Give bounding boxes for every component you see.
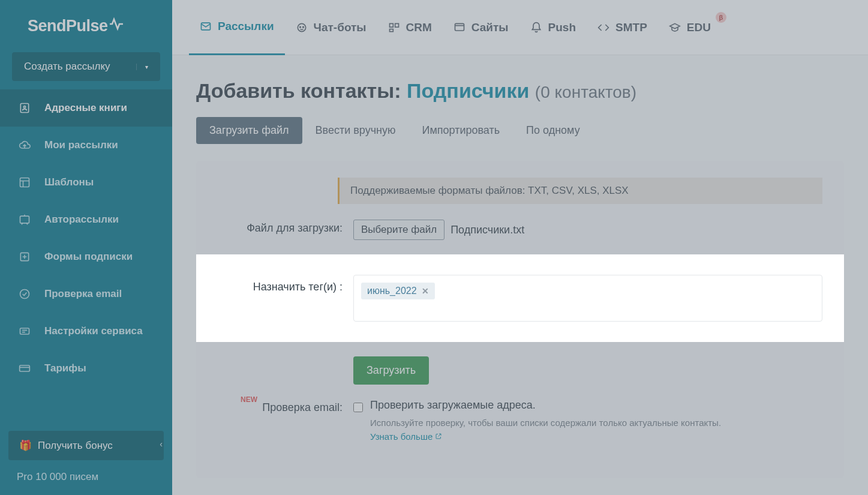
- topnav-sites[interactable]: Сайты: [443, 0, 519, 55]
- file-format-info: Поддерживаемые форматы файлов: TXT, CSV,…: [338, 178, 822, 204]
- bonus-label: Получить бонус: [38, 440, 113, 452]
- tag-input[interactable]: июнь_2022 ✕: [353, 275, 822, 322]
- get-bonus-button[interactable]: 🎁 Получить бонус: [8, 431, 164, 460]
- logo[interactable]: SendPulse: [0, 0, 172, 52]
- sidebar-item-automation[interactable]: Авторассылки: [0, 201, 172, 238]
- topnav-label: Сайты: [471, 21, 509, 34]
- svg-rect-3: [20, 216, 29, 223]
- contact-count: (0 контактов): [535, 83, 636, 101]
- upload-panel: Поддерживаемые форматы файлов: TXT, CSV,…: [196, 161, 844, 478]
- svg-rect-12: [389, 23, 393, 27]
- topnav-label: Рассылки: [218, 20, 274, 33]
- automation-icon: [18, 213, 31, 226]
- file-label: Файл для загрузки:: [218, 220, 353, 235]
- beta-badge: β: [716, 12, 726, 23]
- upload-button[interactable]: Загрузить: [353, 356, 429, 385]
- sidebar-item-label: Мои рассылки: [44, 139, 118, 151]
- learn-more-link[interactable]: Узнать больше: [370, 431, 442, 442]
- verify-row: NEW Проверка email: Проверить загружаемы…: [196, 399, 844, 442]
- title-prefix: Добавить контакты:: [196, 79, 407, 102]
- tag-chip: июнь_2022 ✕: [361, 283, 435, 299]
- tag-remove-icon[interactable]: ✕: [422, 286, 429, 296]
- learn-more-text: Узнать больше: [370, 431, 433, 442]
- sidebar-item-label: Шаблоны: [44, 176, 94, 188]
- chatbot-icon: [296, 22, 308, 34]
- svg-rect-13: [395, 23, 398, 27]
- upload-button-row: Загрузить: [196, 356, 844, 385]
- code-icon: [597, 22, 609, 34]
- chevron-down-icon: ▾: [136, 64, 148, 70]
- address-book-icon: [18, 101, 31, 115]
- pricing-icon: [18, 362, 31, 375]
- template-icon: [18, 176, 31, 189]
- import-tabs: Загрузить файл Ввести вручную Импортиров…: [196, 117, 844, 144]
- topnav-chatbots[interactable]: Чат-боты: [285, 0, 377, 55]
- pulse-icon: [109, 17, 124, 35]
- sidebar-item-label: Проверка email: [44, 288, 122, 300]
- topnav-smtp[interactable]: SMTP: [587, 0, 658, 55]
- tag-text: июнь_2022: [367, 286, 417, 296]
- sidebar-item-label: Настройки сервиса: [44, 325, 143, 337]
- form-icon: [18, 250, 31, 263]
- bell-icon: [530, 22, 542, 34]
- external-link-icon: [435, 431, 442, 442]
- topnav-label: CRM: [406, 21, 432, 34]
- settings-icon: [18, 325, 31, 338]
- topnav-push[interactable]: Push: [519, 0, 587, 55]
- sites-icon: [453, 22, 465, 34]
- sidebar-item-templates[interactable]: Шаблоны: [0, 164, 172, 201]
- svg-rect-14: [389, 29, 393, 31]
- svg-rect-7: [20, 365, 30, 371]
- sidebar-item-label: Авторассылки: [44, 214, 119, 226]
- topnav-label: SMTP: [615, 21, 647, 34]
- sidebar-item-email-verify[interactable]: Проверка email: [0, 275, 172, 313]
- mail-icon: [200, 20, 212, 32]
- sidebar-item-forms[interactable]: Формы подписки: [0, 238, 172, 275]
- plan-info: Pro 10 000 писем: [0, 471, 172, 495]
- tab-manual-entry[interactable]: Ввести вручную: [302, 117, 409, 144]
- tab-import[interactable]: Импортировать: [409, 117, 513, 144]
- top-nav: Рассылки Чат-боты CRM Сайты Push SMTP ED…: [172, 0, 868, 55]
- verify-icon: [18, 287, 31, 301]
- gift-icon: 🎁: [19, 439, 32, 452]
- logo-text: SendPulse: [28, 17, 108, 35]
- svg-point-1: [23, 106, 25, 108]
- choose-file-button[interactable]: Выберите файл: [353, 220, 444, 240]
- sidebar-item-my-campaigns[interactable]: Мои рассылки: [0, 127, 172, 164]
- svg-point-10: [299, 26, 301, 28]
- tab-upload-file[interactable]: Загрузить файл: [196, 117, 302, 144]
- svg-point-11: [302, 26, 304, 28]
- verify-hint: Используйте проверку, чтобы ваши списки …: [370, 418, 721, 428]
- tab-single[interactable]: По одному: [513, 117, 593, 144]
- sidebar-item-settings[interactable]: Настройки сервиса: [0, 313, 172, 350]
- upload-cloud-icon: [18, 139, 31, 152]
- subscribers-link[interactable]: Подписчики: [407, 79, 529, 102]
- tags-row-highlight: Назначить тег(и) : июнь_2022 ✕: [196, 254, 844, 342]
- edu-icon: [669, 22, 681, 34]
- svg-point-5: [20, 290, 29, 299]
- topnav-label: EDU: [687, 21, 711, 34]
- svg-rect-2: [20, 178, 29, 187]
- svg-point-9: [298, 23, 305, 31]
- svg-rect-6: [20, 328, 29, 334]
- tags-label: Назначить тег(и) :: [218, 275, 353, 293]
- page-title: Добавить контакты: Подписчики (0 контакт…: [196, 79, 844, 103]
- verify-checkbox-label: Проверить загружаемые адреса.: [370, 399, 721, 412]
- create-campaign-label: Создать рассылку: [24, 61, 110, 73]
- topnav-label: Чат-боты: [314, 21, 367, 34]
- new-badge: NEW: [241, 395, 257, 404]
- topnav-crm[interactable]: CRM: [377, 0, 443, 55]
- svg-rect-15: [455, 23, 464, 31]
- topnav-campaigns[interactable]: Рассылки: [189, 0, 285, 55]
- selected-file-name: Подписчики.txt: [450, 224, 524, 236]
- topnav-edu[interactable]: EDU β: [658, 0, 722, 55]
- sidebar-item-address-books[interactable]: Адресные книги: [0, 89, 172, 127]
- topnav-label: Push: [548, 21, 576, 34]
- create-campaign-button[interactable]: Создать рассылку ▾: [12, 52, 160, 81]
- sidebar-item-label: Формы подписки: [44, 251, 133, 263]
- sidebar-item-label: Адресные книги: [44, 102, 127, 114]
- verify-checkbox[interactable]: [353, 403, 363, 412]
- main-content: Рассылки Чат-боты CRM Сайты Push SMTP ED…: [172, 0, 868, 495]
- sidebar-item-pricing[interactable]: Тарифы: [0, 350, 172, 387]
- verify-label: Проверка email:: [262, 401, 343, 413]
